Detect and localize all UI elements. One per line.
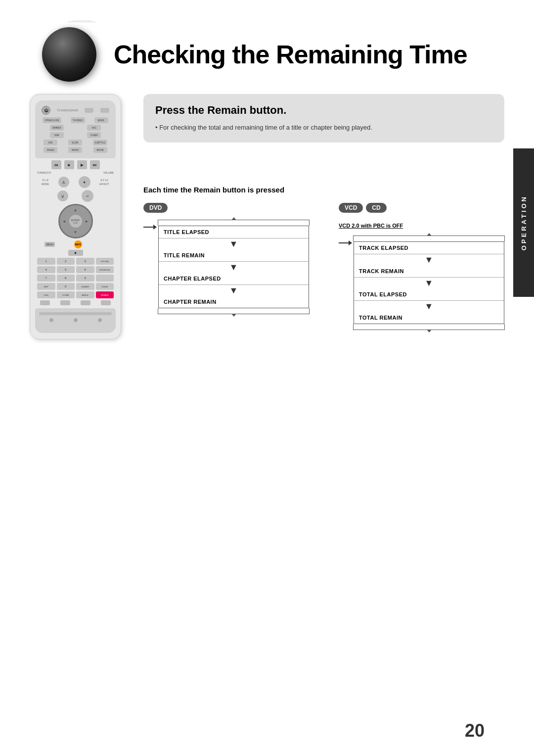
slow-btn: SLOW [68,140,82,145]
sequence-columns: DVD TITLE ELAPSED [143,203,504,330]
cd-badge: CD [366,203,386,213]
sound-eq-btn: SOUND EQ [96,266,114,273]
nav-left-arrow: ◄ [62,219,66,224]
info-box: Press the Remain button. • For checking … [143,94,504,142]
num3-btn: 3 [76,258,94,265]
dvd-column: DVD TITLE ELAPSED [143,203,309,314]
nav-down-btn: ▼ [68,250,83,256]
operation-tab-label: OPERATION [520,195,528,250]
osd-btn: OSD [37,291,55,298]
header: 0101010101010101010101010101010101010101… [0,15,534,94]
num8-btn: 8 [57,275,75,282]
vcd-note: VCD 2.0 with PBC is OFF [339,223,504,229]
prev-btn: ⏮ [51,160,61,169]
ch-up-btn: ∧ [58,177,69,188]
num2-btn: 2 [57,258,75,265]
num7-btn: 7 [37,275,55,282]
vcd-arrow-2: ▼ [354,278,504,288]
tv-video-btn: TV/VIDEO [71,117,85,123]
dvd-item-3: CHAPTER ELAPSED [159,273,309,285]
dimmer-btn: DIMMER [50,125,64,131]
nav-down-arrow: ▼ [74,230,78,235]
sequence-area: Each time the Remain button is pressed D… [143,186,504,330]
func-btn2 [60,300,70,305]
dvd-sequence-wrapper: TITLE ELAPSED ▼ TITLE REMAIN ▼ CHAPTER E… [158,220,309,314]
vcd-arrow-3: ▼ [354,301,504,312]
dvd-arrow-1: ▼ [159,238,309,249]
num6-btn: 6 [76,266,94,273]
remote-illustration: ⏻ TV DVD/VCD/VCR OPEN/CLOSE TV/VIDEO MOD… [30,94,138,677]
remote-bottom [35,308,116,333]
ask-btn: ASK [44,140,57,145]
press-description: • For checking the total and remaining t… [155,123,492,133]
dvd-top-bracket [158,220,310,226]
volume-row: TUNING/CH VOLUME [35,171,116,174]
skip-btn: SKIP [37,283,55,290]
operation-tab: OPERATION [513,148,534,297]
vcd-sequence-wrapper: TRACK ELAPSED ▼ TRACK REMAIN ▼ TOTAL ELA… [354,236,504,330]
enter-btn: ENTER V.CK [68,214,83,229]
vcd-badge: VCD [339,203,363,213]
func-btn3 [81,300,90,305]
press-title: Press the Remain button. [155,104,492,117]
create-btn: CREATE [76,283,94,290]
func-btn1 [40,300,50,305]
menu-row: MENU INFO [35,240,116,248]
info-btn: INFO [74,240,82,248]
nav-up-arrow: ▲ [74,208,78,212]
tuner-btn: TUNER [87,132,101,138]
ch-down-btn: ∨ [57,190,68,201]
nav-right-arrow: ► [85,219,89,224]
test-tone-btn: TST/TNE [96,258,114,265]
vcd-item-1: TRACK ELAPSED [354,242,504,254]
num4-btn: 4 [37,266,55,273]
dvd-item-2: TITLE REMAIN [159,249,309,262]
dvd-item-1: TITLE ELAPSED [159,226,309,238]
avg-btn: AVG [87,125,101,131]
func-btn4 [101,300,111,305]
dvd-arrow-3: ▼ [159,285,309,296]
nav-ring: ▲ ▼ ◄ ► ENTER V.CK [58,204,93,238]
st-btn: S.TIME [57,291,75,298]
page-number: 20 [465,720,485,741]
zoom-btn: ZOOM [96,283,114,290]
numpad: 1 2 3 TST/TNE 4 5 6 SOUND EQ 7 8 9 SKIP … [35,258,116,298]
dvd-arrow-2: ▼ [159,262,309,273]
vcd-seq-box: TRACK ELAPSED ▼ TRACK REMAIN ▼ TOTAL ELA… [354,241,504,324]
play-btn: ▶ [77,160,87,169]
speed-btn: SPEED [44,147,57,153]
remain-btn: REMAIN [96,291,114,298]
main-content: ⏻ TV DVD/VCD/VCR OPEN/CLOSE TV/VIDEO MOD… [30,94,504,716]
page-title: Checking the Remaining Time [114,40,467,69]
menu-btn: MENU [44,242,55,247]
music-btn: MUSIC [68,147,82,153]
dvd-badge: DVD [143,203,168,213]
vcd-item-4: TOTAL REMAIN [354,312,504,324]
dvd-bottom-bracket [158,308,310,314]
vcd-top-bracket [353,236,505,241]
mode-btn: MODE [94,117,108,123]
transport-controls: ⏮ ■ ▶ ⏭ [35,160,116,169]
stop-btn: ■ [64,160,74,169]
logo-sphere [42,27,96,82]
vcd-badges-row: VCD CD [339,203,504,220]
remote-body: ⏻ TV DVD/VCD/VCR OPEN/CLOSE TV/VIDEO MOD… [30,94,121,339]
vcd-arrow-1: ▼ [354,254,504,265]
num1-btn: 1 [37,258,55,265]
subtitle-btn: SUBTITLE [93,140,108,145]
dvd-seq-box: TITLE ELAPSED ▼ TITLE REMAIN ▼ CHAPTER E… [158,226,309,308]
dvd-item-4: CHAPTER REMAIN [159,296,309,308]
next-btn: ⏭ [90,160,100,169]
angle-btn: ANGLE [76,291,94,298]
num0-btn: 0 [57,283,75,290]
dvd-entry-arrow [143,225,157,230]
vcd-bottom-bracket [353,324,505,330]
movie-btn: MOVIE [93,147,107,153]
extra-btn [96,275,114,282]
vcd-entry-arrow [339,240,352,245]
num9-btn: 9 [76,275,94,282]
vcd-column: VCD CD VCD 2.0 with PBC is OFF [339,203,504,330]
vcd-item-3: TOTAL ELAPSED [354,288,504,301]
sam-btn: SAM [50,132,64,138]
power-icon: ⏻ [42,106,50,115]
